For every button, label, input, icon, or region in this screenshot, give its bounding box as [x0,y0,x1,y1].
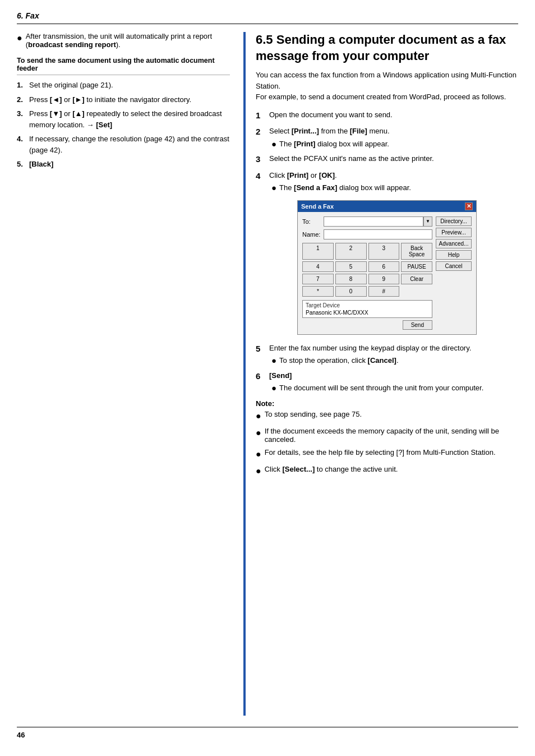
bullet-icon: ● [256,427,261,439]
directory-button[interactable]: Directory... [436,216,472,226]
name-input[interactable] [324,229,432,239]
two-column-layout: ● After transmission, the unit will auto… [17,32,518,716]
fax-dialog-title: Send a Fax [301,203,334,210]
fax-dialog-titlebar: Send a Fax ✕ [298,201,476,212]
page-number: 46 [17,731,25,739]
list-item: 1 Open the document you want to send. [256,109,518,122]
keypad-3[interactable]: 3 [368,243,400,260]
to-dropdown-arrow[interactable]: ▼ [423,216,432,227]
to-input[interactable] [324,216,423,227]
bullet-icon: ● [256,410,261,422]
cancel-button[interactable]: Cancel [436,261,472,271]
keypad-clear[interactable]: Clear [401,274,432,284]
target-device-section: Target Device Panasonic KX-MC/DXXX [302,300,432,318]
send-btn-row: Send [302,320,432,330]
note-item-1: ● To stop sending, see page 75. [256,410,518,422]
broadcast-report-note: ● After transmission, the unit will auto… [17,32,230,49]
keypad-star[interactable]: * [302,286,334,297]
name-label: Name: [302,231,324,238]
page: 6. Fax ● After transmission, the unit wi… [0,0,535,756]
right-steps: 1 Open the document you want to send. 2 … [256,109,518,193]
keypad-7[interactable]: 7 [302,274,334,284]
to-field-row: To: ▼ [302,216,432,227]
auto-feeder-steps: 1. Set the original (page 21). 2. Press … [17,80,230,170]
list-item: 2 Select [Print...] from the [File] menu… [256,126,518,149]
note-title: Note: [256,399,518,408]
list-item: 5. [Black] [17,159,230,170]
note-item-2: ● If the document exceeds the memory cap… [256,427,518,444]
fax-dialog: Send a Fax ✕ To: ▼ Name: [297,200,477,335]
chapter-title: 6. Fax [17,11,39,20]
list-item: 3 Select the PCFAX unit's name as the ac… [256,153,518,166]
advanced-button[interactable]: Advanced... [436,239,472,248]
broadcast-report-text: After transmission, the unit will automa… [26,32,230,49]
fax-dialog-wrapper: Send a Fax ✕ To: ▼ Name: [256,200,518,335]
right-column: 6.5 Sending a computer document as a fax… [243,32,518,716]
left-column: ● After transmission, the unit will auto… [17,32,230,716]
page-header: 6. Fax [17,11,518,24]
bullet-icon: ● [17,32,22,44]
right-steps-cont: 5 Enter the fax number using the keypad … [256,343,518,394]
bullet-icon: ● [256,465,261,477]
close-button[interactable]: ✕ [465,202,473,210]
sub-bullet: ● To stop the operation, click [Cancel]. [271,355,518,366]
bullet-icon: ● [256,448,261,460]
keypad-2[interactable]: 2 [335,243,367,260]
send-button[interactable]: Send [403,320,432,330]
list-item: 4. If necessary, change the resolution (… [17,133,230,155]
keypad-9[interactable]: 9 [368,274,400,284]
keypad-6[interactable]: 6 [368,261,400,272]
keypad-5[interactable]: 5 [335,261,367,272]
keypad-pause[interactable]: PAUSE [401,261,432,272]
target-device-value: Panasonic KX-MC/DXXX [306,310,429,316]
list-item: 3. Press [▼] or [▲] repeatedly to select… [17,108,230,130]
auto-feeder-subheading: To send the same document using the auto… [17,57,230,75]
keypad-0[interactable]: 0 [335,286,367,297]
target-device-label: Target Device [306,302,429,308]
keypad-grid: 1 2 3 BackSpace 4 5 6 PAUSE 7 8 9 [302,243,432,297]
keypad-8[interactable]: 8 [335,274,367,284]
list-item: 1. Set the original (page 21). [17,80,230,91]
list-item: 6 [Send] ● The document will be sent thr… [256,370,518,394]
preview-button[interactable]: Preview... [436,228,472,237]
list-item: 4 Click [Print] or [OK]. ● The [Send a F… [256,170,518,193]
keypad-4[interactable]: 4 [302,261,334,272]
sub-bullet: ● The document will be sent through the … [271,382,518,394]
sub-bullet: ● The [Print] dialog box will appear. [271,139,518,150]
keypad-backspace[interactable]: BackSpace [401,243,432,260]
fax-dialog-body: To: ▼ Name: 1 2 [298,212,476,334]
note-item-4: ● Click [Select...] to change the active… [256,465,518,477]
to-label: To: [302,218,324,225]
keypad-hash[interactable]: # [368,286,400,297]
section-intro: You can access the fax function from a W… [256,70,518,103]
fax-dialog-right-buttons: Directory... Preview... Advanced... Help… [436,216,472,330]
page-footer: 46 [17,727,518,739]
help-button[interactable]: Help [436,250,472,260]
list-item: 2. Press [◄] or [►] to initiate the navi… [17,94,230,105]
section-title: 6.5 Sending a computer document as a fax… [256,32,518,64]
note-item-3: ● For details, see the help file by sele… [256,448,518,460]
keypad-empty [401,286,432,297]
keypad-1[interactable]: 1 [302,243,334,260]
name-field-row: Name: [302,229,432,239]
note-section: Note: ● To stop sending, see page 75. ● … [256,399,518,478]
list-item: 5 Enter the fax number using the keypad … [256,343,518,366]
fax-dialog-left: To: ▼ Name: 1 2 [302,216,432,330]
sub-bullet: ● The [Send a Fax] dialog box will appea… [271,182,518,193]
